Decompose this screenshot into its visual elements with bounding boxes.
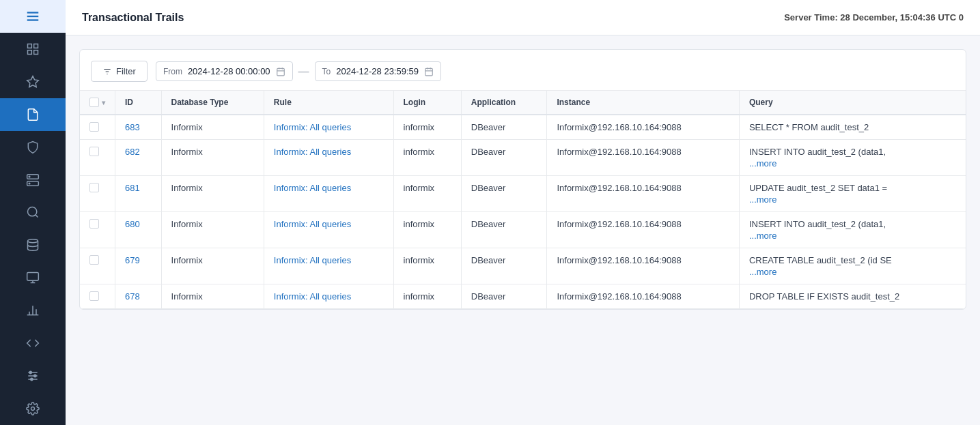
to-date-field[interactable]: To 2024-12-28 23:59:59	[315, 61, 441, 81]
svg-rect-32	[277, 68, 284, 76]
row-query-more[interactable]: ...more	[749, 194, 956, 205]
table-row: 683 Informix Informix: All queries infor…	[80, 115, 966, 140]
td-query: UPDATE audit_test_2 SET data1 = ...more	[739, 176, 966, 212]
sidebar-item-sliders[interactable]	[0, 360, 66, 392]
svg-rect-15	[27, 273, 39, 281]
row-application: DBeaver	[471, 219, 506, 229]
td-application: DBeaver	[461, 140, 547, 176]
row-db-type: Informix	[171, 147, 203, 157]
td-checkbox	[80, 140, 115, 176]
td-db-type: Informix	[161, 284, 264, 309]
td-application: DBeaver	[461, 115, 547, 140]
svg-rect-4	[34, 44, 38, 48]
td-query: DROP TABLE IF EXISTS audit_test_2	[739, 284, 966, 309]
row-checkbox[interactable]	[89, 255, 99, 265]
row-id[interactable]: 679	[125, 255, 140, 265]
row-query-more[interactable]: ...more	[749, 267, 956, 277]
row-checkbox[interactable]	[89, 147, 99, 156]
th-checkbox: ▾	[80, 91, 115, 115]
row-id[interactable]: 678	[125, 291, 140, 302]
filter-label: Filter	[116, 66, 136, 76]
row-rule[interactable]: Informix: All queries	[274, 291, 351, 302]
row-id[interactable]: 680	[125, 219, 140, 229]
row-rule[interactable]: Informix: All queries	[274, 147, 351, 157]
sidebar-item-grid[interactable]	[0, 33, 66, 65]
to-value: 2024-12-28 23:59:59	[336, 66, 419, 76]
td-application: DBeaver	[461, 176, 547, 212]
td-id: 682	[115, 140, 162, 176]
row-rule[interactable]: Informix: All queries	[274, 255, 351, 265]
th-application[interactable]: Application	[461, 91, 547, 115]
filter-icon	[102, 67, 112, 76]
row-checkbox[interactable]	[89, 183, 99, 192]
row-checkbox[interactable]	[89, 291, 99, 301]
td-application: DBeaver	[461, 284, 547, 309]
table-row: 679 Informix Informix: All queries infor…	[80, 248, 966, 284]
row-login: informix	[404, 291, 435, 302]
sidebar-item-search[interactable]	[0, 196, 66, 229]
td-checkbox	[80, 284, 115, 309]
sidebar-item-document[interactable]	[0, 98, 66, 131]
sidebar-item-chart[interactable]	[0, 294, 66, 327]
td-checkbox	[80, 212, 115, 248]
td-rule: Informix: All queries	[264, 140, 393, 176]
sidebar-item-server[interactable]	[0, 164, 66, 196]
select-all-checkbox[interactable]	[89, 98, 99, 107]
svg-point-28	[31, 407, 35, 411]
td-instance: Informix@192.168.10.164:9088	[547, 140, 739, 176]
row-query: INSERT INTO audit_test_2 (data1,	[749, 219, 886, 229]
sidebar-top-logo[interactable]	[0, 0, 66, 33]
from-label: From	[163, 67, 182, 76]
from-date-field[interactable]: From 2024-12-28 00:00:00	[156, 61, 293, 81]
td-application: DBeaver	[461, 212, 547, 248]
td-id: 680	[115, 212, 162, 248]
th-login[interactable]: Login	[393, 91, 461, 115]
th-instance[interactable]: Instance	[547, 91, 739, 115]
td-application: DBeaver	[461, 248, 547, 284]
sidebar-item-code[interactable]	[0, 327, 66, 360]
svg-rect-3	[28, 44, 32, 48]
td-rule: Informix: All queries	[264, 248, 393, 284]
row-rule[interactable]: Informix: All queries	[274, 122, 351, 132]
svg-rect-6	[34, 50, 38, 55]
th-db-type-label: Database Type	[171, 98, 229, 107]
sidebar-item-monitor[interactable]	[0, 261, 66, 294]
row-instance: Informix@192.168.10.164:9088	[557, 291, 681, 302]
row-query-more[interactable]: ...more	[749, 231, 956, 241]
page-title: Transactional Trails	[82, 12, 184, 24]
sidebar-item-gear[interactable]	[0, 392, 66, 425]
th-rule-label: Rule	[274, 98, 292, 107]
row-query: UPDATE audit_test_2 SET data1 =	[749, 183, 887, 193]
td-login: informix	[393, 140, 461, 176]
row-query: DROP TABLE IF EXISTS audit_test_2	[749, 291, 899, 302]
row-id[interactable]: 681	[125, 183, 140, 193]
th-id[interactable]: ID	[115, 91, 162, 115]
sidebar-item-database[interactable]	[0, 229, 66, 261]
sort-chevron[interactable]: ▾	[102, 99, 105, 106]
table-header-row: ▾ ID Database Type Rule L	[80, 91, 966, 115]
row-checkbox[interactable]	[89, 122, 99, 132]
header: Transactional Trails Server Time: 28 Dec…	[66, 0, 980, 35]
td-id: 681	[115, 176, 162, 212]
trails-card: Filter From 2024-12-28 00:00:00 — To 202…	[79, 49, 966, 310]
td-query: INSERT INTO audit_test_2 (data1, ...more	[739, 140, 966, 176]
row-rule[interactable]: Informix: All queries	[274, 219, 351, 229]
td-checkbox	[80, 248, 115, 284]
th-id-label: ID	[125, 98, 133, 107]
row-id[interactable]: 682	[125, 147, 140, 157]
sidebar-item-shield[interactable]	[0, 131, 66, 164]
row-id[interactable]: 683	[125, 122, 140, 132]
td-instance: Informix@192.168.10.164:9088	[547, 248, 739, 284]
row-checkbox[interactable]	[89, 219, 99, 229]
th-database-type[interactable]: Database Type	[161, 91, 264, 115]
row-rule[interactable]: Informix: All queries	[274, 183, 351, 193]
row-query-more[interactable]: ...more	[749, 158, 956, 168]
th-rule[interactable]: Rule	[264, 91, 393, 115]
th-query[interactable]: Query	[739, 91, 966, 115]
table-row: 678 Informix Informix: All queries infor…	[80, 284, 966, 309]
filter-button[interactable]: Filter	[91, 61, 148, 82]
from-value: 2024-12-28 00:00:00	[188, 66, 270, 76]
sidebar-item-star[interactable]	[0, 65, 66, 98]
svg-point-14	[28, 239, 38, 243]
row-query: SELECT * FROM audit_test_2	[749, 122, 869, 132]
